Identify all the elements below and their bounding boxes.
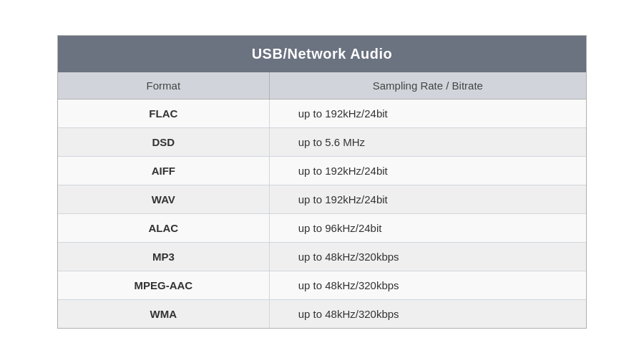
table-subheader-row: Format Sampling Rate / Bitrate [58, 72, 586, 100]
table-title: USB/Network Audio [58, 36, 586, 72]
format-cell: AIFF [58, 156, 269, 185]
column-header-bitrate: Sampling Rate / Bitrate [269, 72, 586, 100]
table-header-row: USB/Network Audio [58, 36, 586, 72]
bitrate-cell: up to 192kHz/24bit [269, 156, 586, 185]
bitrate-cell: up to 192kHz/24bit [269, 99, 586, 127]
table-row: DSDup to 5.6 MHz [58, 127, 586, 156]
bitrate-cell: up to 48kHz/320kbps [269, 271, 586, 299]
table-row: FLACup to 192kHz/24bit [58, 99, 586, 127]
table-row: AIFFup to 192kHz/24bit [58, 156, 586, 185]
format-cell: FLAC [58, 99, 269, 127]
audio-formats-table: USB/Network Audio Format Sampling Rate /… [57, 35, 587, 329]
format-cell: MPEG-AAC [58, 271, 269, 299]
table-row: WMAup to 48kHz/320kbps [58, 299, 586, 328]
format-cell: MP3 [58, 242, 269, 271]
format-cell: ALAC [58, 213, 269, 242]
table-row: ALACup to 96kHz/24bit [58, 213, 586, 242]
format-cell: WMA [58, 299, 269, 328]
table-row: MPEG-AACup to 48kHz/320kbps [58, 271, 586, 299]
bitrate-cell: up to 48kHz/320kbps [269, 299, 586, 328]
bitrate-cell: up to 48kHz/320kbps [269, 242, 586, 271]
table-row: MP3up to 48kHz/320kbps [58, 242, 586, 271]
column-header-format: Format [58, 72, 269, 100]
format-cell: WAV [58, 185, 269, 213]
format-cell: DSD [58, 127, 269, 156]
bitrate-cell: up to 96kHz/24bit [269, 213, 586, 242]
bitrate-cell: up to 5.6 MHz [269, 127, 586, 156]
table-row: WAVup to 192kHz/24bit [58, 185, 586, 213]
bitrate-cell: up to 192kHz/24bit [269, 185, 586, 213]
